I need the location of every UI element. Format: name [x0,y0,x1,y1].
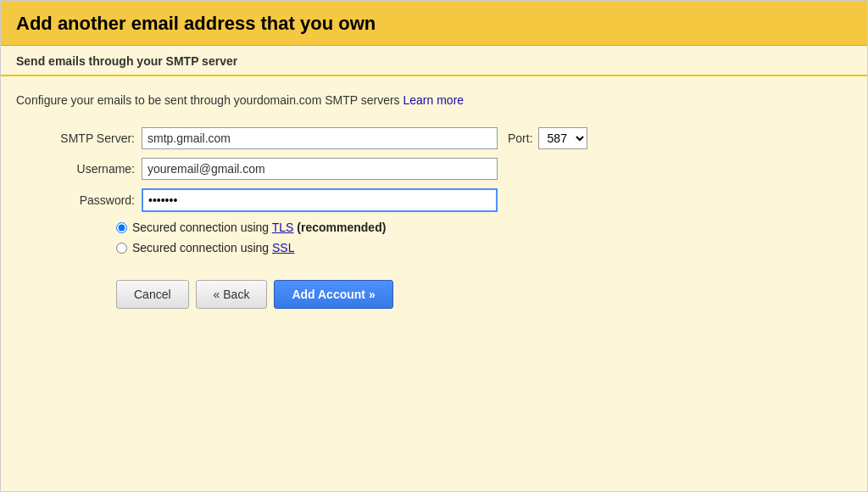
tls-link[interactable]: TLS [272,221,294,234]
sub-title: Send emails through your SMTP server [16,54,852,68]
button-row: Cancel « Back Add Account » [116,280,852,309]
username-label: Username: [42,162,135,176]
content-area: Configure your emails to be sent through… [1,76,867,324]
username-row: Username: [42,158,852,180]
page-title: Add another email address that you own [16,13,852,35]
add-account-button[interactable]: Add Account » [274,280,392,309]
smtp-row: SMTP Server: Port: 587 465 25 [42,127,852,149]
port-select[interactable]: 587 465 25 [538,127,587,149]
form-section: SMTP Server: Port: 587 465 25 Username: [42,127,852,212]
learn-more-link[interactable]: Learn more [403,93,465,107]
back-button[interactable]: « Back [196,280,268,309]
tls-radio[interactable] [116,222,127,233]
radio-section: Secured connection using TLS (recommende… [116,221,852,254]
description-text: Configure your emails to be sent through… [16,93,400,107]
cancel-button[interactable]: Cancel [116,280,189,309]
tls-row: Secured connection using TLS (recommende… [116,221,852,234]
tls-label[interactable]: Secured connection using TLS (recommende… [132,221,386,234]
smtp-server-input[interactable] [142,127,498,149]
tls-recommended: (recommended) [297,221,386,234]
description-row: Configure your emails to be sent through… [16,93,852,107]
port-group: Port: 587 465 25 [508,127,587,149]
port-label: Port: [508,131,533,145]
ssl-radio[interactable] [116,243,127,254]
username-input[interactable] [142,158,498,180]
header-banner: Add another email address that you own [1,1,867,46]
password-label: Password: [42,193,135,207]
smtp-label: SMTP Server: [42,131,135,145]
password-row: Password: [42,188,852,212]
page-wrapper: Add another email address that you own S… [0,0,868,492]
sub-header: Send emails through your SMTP server [1,46,867,76]
password-input[interactable] [142,188,498,212]
ssl-row: Secured connection using SSL [116,241,852,254]
ssl-link[interactable]: SSL [272,241,294,254]
ssl-label[interactable]: Secured connection using SSL [132,241,294,254]
